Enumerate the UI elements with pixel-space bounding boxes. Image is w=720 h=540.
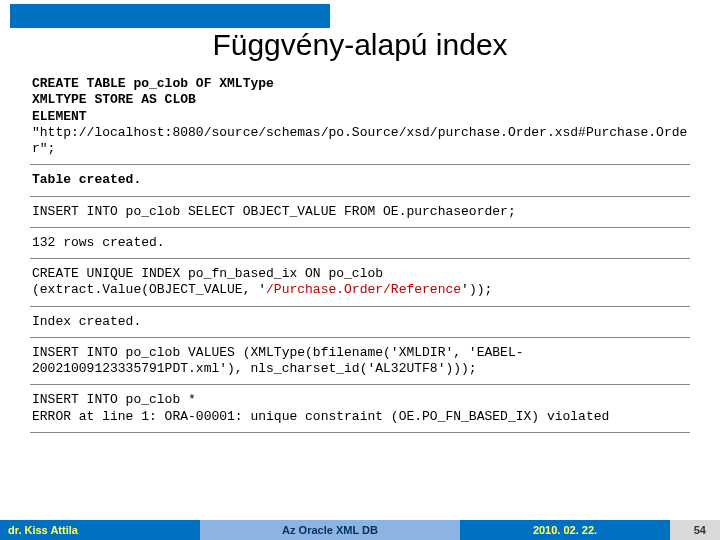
- xpath-reference: /Purchase.Order/Reference: [266, 282, 461, 297]
- code-line: CREATE TABLE po_clob OF XMLType: [32, 76, 274, 91]
- output-line: 132 rows created.: [32, 235, 165, 250]
- footer-page-number: 54: [670, 520, 720, 540]
- code-line: INSERT INTO po_clob *: [32, 392, 196, 407]
- accent-bar: [10, 4, 330, 28]
- code-block-error: INSERT INTO po_clob * ERROR at line 1: O…: [30, 385, 690, 433]
- output-rows-created: 132 rows created.: [30, 228, 690, 259]
- code-line: INSERT INTO po_clob VALUES (XMLType(bfil…: [32, 345, 523, 376]
- footer-subject: Az Oracle XML DB: [200, 520, 460, 540]
- code-block-create-table: CREATE TABLE po_clob OF XMLType XMLTYPE …: [30, 74, 690, 165]
- footer-bar: dr. Kiss Attila Az Oracle XML DB 2010. 0…: [0, 520, 720, 540]
- code-line: (extract.Value(OBJECT_VALUE, '/Purchase.…: [32, 282, 492, 297]
- code-line: CREATE UNIQUE INDEX po_fn_based_ix ON po…: [32, 266, 383, 281]
- code-line: INSERT INTO po_clob SELECT OBJECT_VALUE …: [32, 204, 516, 219]
- code-line: XMLTYPE STORE AS CLOB: [32, 92, 196, 107]
- code-block-insert-values: INSERT INTO po_clob VALUES (XMLType(bfil…: [30, 338, 690, 386]
- output-line: Index created.: [32, 314, 141, 329]
- error-line: ERROR at line 1: ORA-00001: unique const…: [32, 409, 609, 424]
- footer-date: 2010. 02. 22.: [460, 520, 670, 540]
- slide-title: Függvény-alapú index: [0, 28, 720, 62]
- footer-author: dr. Kiss Attila: [0, 520, 200, 540]
- output-line: Table created.: [32, 172, 141, 187]
- code-block-insert-select: INSERT INTO po_clob SELECT OBJECT_VALUE …: [30, 197, 690, 228]
- code-line: ELEMENT: [32, 109, 87, 124]
- output-table-created: Table created.: [30, 165, 690, 196]
- output-index-created: Index created.: [30, 307, 690, 338]
- code-line: "http://localhost:8080/source/schemas/po…: [32, 125, 687, 156]
- content-area: CREATE TABLE po_clob OF XMLType XMLTYPE …: [30, 74, 690, 504]
- code-block-create-index: CREATE UNIQUE INDEX po_fn_based_ix ON po…: [30, 259, 690, 307]
